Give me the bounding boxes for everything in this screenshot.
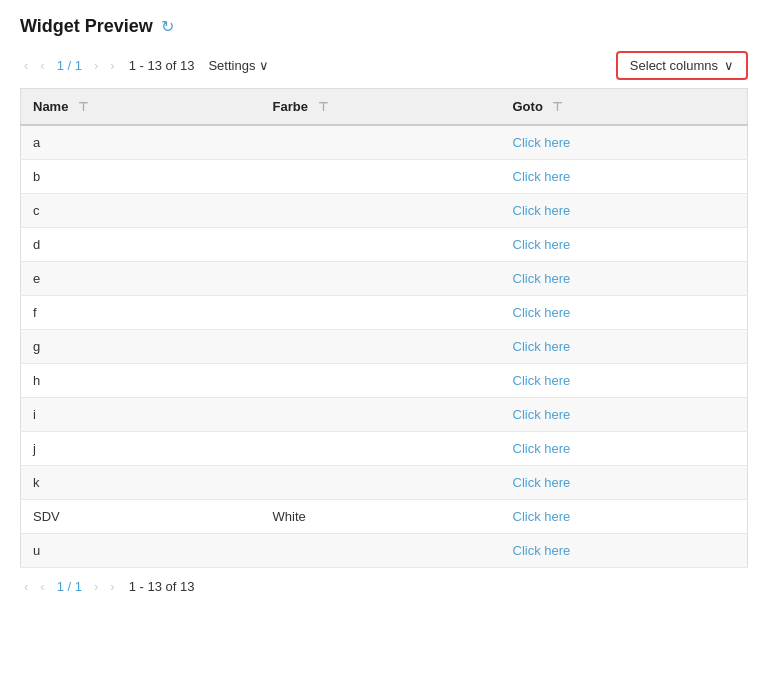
goto-link[interactable]: Click here	[513, 135, 571, 150]
cell-goto: Click here	[501, 398, 748, 432]
table-header-row: Name ⊤ Farbe ⊤ Goto ⊤	[21, 89, 748, 126]
refresh-icon[interactable]: ↻	[161, 17, 174, 36]
table-row: eClick here	[21, 262, 748, 296]
goto-filter-icon[interactable]: ⊤	[552, 100, 562, 114]
cell-name: u	[21, 534, 261, 568]
cell-goto: Click here	[501, 194, 748, 228]
cell-goto: Click here	[501, 364, 748, 398]
cell-goto: Click here	[501, 296, 748, 330]
cell-farbe	[261, 330, 501, 364]
footer-prev-page-button[interactable]: ‹	[36, 578, 48, 595]
footer-toolbar: ‹ ‹ 1 / 1 › › 1 - 13 of 13	[20, 578, 748, 595]
table-row: aClick here	[21, 125, 748, 160]
cell-name: e	[21, 262, 261, 296]
next-page-button[interactable]: ›	[90, 57, 102, 74]
cell-farbe	[261, 125, 501, 160]
cell-goto: Click here	[501, 160, 748, 194]
goto-link[interactable]: Click here	[513, 305, 571, 320]
cell-name: k	[21, 466, 261, 500]
page-header: Widget Preview ↻	[20, 16, 748, 37]
page-title: Widget Preview	[20, 16, 153, 37]
cell-farbe	[261, 364, 501, 398]
column-header-farbe: Farbe ⊤	[261, 89, 501, 126]
cell-farbe	[261, 160, 501, 194]
cell-name: SDV	[21, 500, 261, 534]
table-row: bClick here	[21, 160, 748, 194]
goto-link[interactable]: Click here	[513, 237, 571, 252]
select-columns-label: Select columns	[630, 58, 718, 73]
goto-link[interactable]: Click here	[513, 339, 571, 354]
goto-link[interactable]: Click here	[513, 475, 571, 490]
cell-name: a	[21, 125, 261, 160]
table-row: SDVWhiteClick here	[21, 500, 748, 534]
settings-label: Settings	[208, 58, 255, 73]
table-row: iClick here	[21, 398, 748, 432]
cell-name: i	[21, 398, 261, 432]
footer-record-count: 1 - 13 of 13	[129, 579, 195, 594]
column-header-goto: Goto ⊤	[501, 89, 748, 126]
footer-last-page-button[interactable]: ›	[106, 578, 118, 595]
cell-name: f	[21, 296, 261, 330]
toolbar-right: Select columns ∨	[616, 51, 748, 80]
cell-name: h	[21, 364, 261, 398]
cell-name: g	[21, 330, 261, 364]
cell-goto: Click here	[501, 466, 748, 500]
goto-link[interactable]: Click here	[513, 271, 571, 286]
cell-farbe	[261, 398, 501, 432]
cell-farbe	[261, 296, 501, 330]
record-count: 1 - 13 of 13	[129, 58, 195, 73]
cell-goto: Click here	[501, 500, 748, 534]
cell-farbe	[261, 534, 501, 568]
cell-goto: Click here	[501, 262, 748, 296]
name-filter-icon[interactable]: ⊤	[78, 100, 88, 114]
cell-name: d	[21, 228, 261, 262]
cell-farbe: White	[261, 500, 501, 534]
column-name-label: Name	[33, 99, 68, 114]
first-page-button[interactable]: ‹	[20, 57, 32, 74]
cell-farbe	[261, 262, 501, 296]
table-row: jClick here	[21, 432, 748, 466]
goto-link[interactable]: Click here	[513, 203, 571, 218]
goto-link[interactable]: Click here	[513, 169, 571, 184]
cell-goto: Click here	[501, 125, 748, 160]
cell-goto: Click here	[501, 330, 748, 364]
goto-link[interactable]: Click here	[513, 373, 571, 388]
cell-goto: Click here	[501, 534, 748, 568]
footer-page-info: 1 / 1	[57, 579, 82, 594]
footer-first-page-button[interactable]: ‹	[20, 578, 32, 595]
goto-link[interactable]: Click here	[513, 441, 571, 456]
cell-name: b	[21, 160, 261, 194]
footer-next-page-button[interactable]: ›	[90, 578, 102, 595]
table-row: fClick here	[21, 296, 748, 330]
goto-link[interactable]: Click here	[513, 543, 571, 558]
data-table: Name ⊤ Farbe ⊤ Goto ⊤ aClick herebClick …	[20, 88, 748, 568]
table-row: dClick here	[21, 228, 748, 262]
column-goto-label: Goto	[513, 99, 543, 114]
table-row: uClick here	[21, 534, 748, 568]
table-row: kClick here	[21, 466, 748, 500]
settings-button[interactable]: Settings ∨	[208, 58, 269, 73]
table-row: gClick here	[21, 330, 748, 364]
cell-name: c	[21, 194, 261, 228]
goto-link[interactable]: Click here	[513, 407, 571, 422]
cell-goto: Click here	[501, 228, 748, 262]
cell-goto: Click here	[501, 432, 748, 466]
column-header-name: Name ⊤	[21, 89, 261, 126]
toolbar: ‹ ‹ 1 / 1 › › 1 - 13 of 13 Settings ∨ Se…	[20, 51, 748, 80]
prev-page-button[interactable]: ‹	[36, 57, 48, 74]
column-farbe-label: Farbe	[273, 99, 308, 114]
cell-farbe	[261, 228, 501, 262]
table-row: cClick here	[21, 194, 748, 228]
last-page-button[interactable]: ›	[106, 57, 118, 74]
cell-farbe	[261, 194, 501, 228]
cell-name: j	[21, 432, 261, 466]
select-columns-button[interactable]: Select columns ∨	[616, 51, 748, 80]
toolbar-left: ‹ ‹ 1 / 1 › › 1 - 13 of 13 Settings ∨	[20, 57, 269, 74]
settings-chevron-icon: ∨	[259, 58, 269, 73]
current-page-info: 1 / 1	[57, 58, 82, 73]
farbe-filter-icon[interactable]: ⊤	[318, 100, 328, 114]
cell-farbe	[261, 466, 501, 500]
select-columns-chevron-icon: ∨	[724, 58, 734, 73]
goto-link[interactable]: Click here	[513, 509, 571, 524]
cell-farbe	[261, 432, 501, 466]
